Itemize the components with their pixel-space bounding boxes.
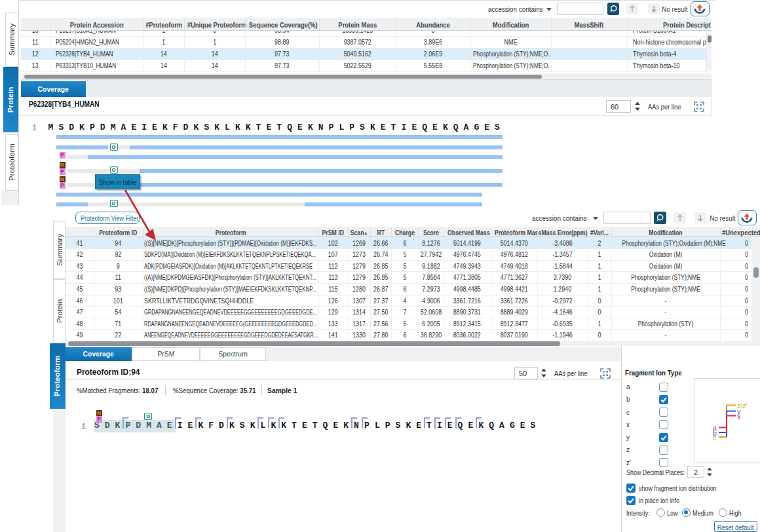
svg-text:x: x xyxy=(737,413,741,421)
svg-text:c: c xyxy=(713,434,716,442)
